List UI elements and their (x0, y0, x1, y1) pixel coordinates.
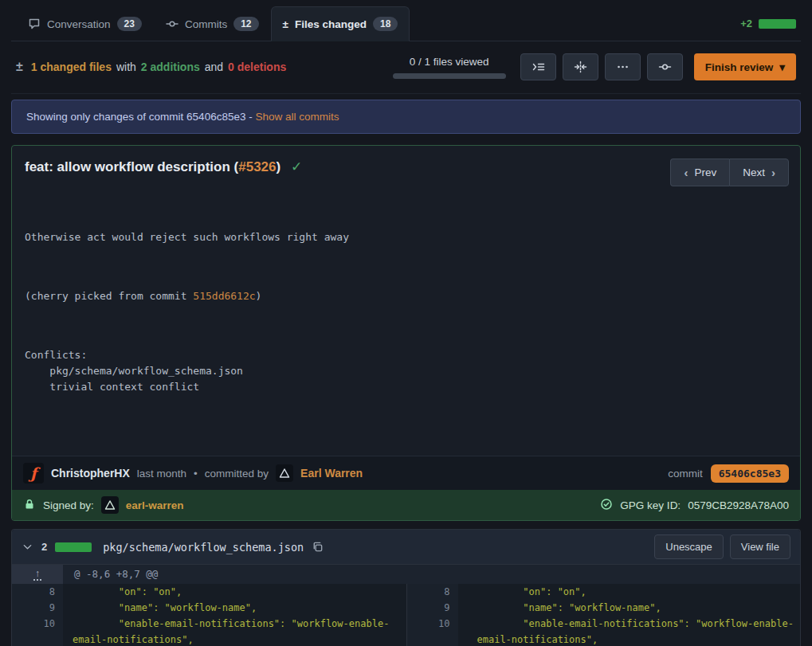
files-viewed-label: 0 / 1 files viewed (410, 56, 489, 68)
diff-summary-text: ± 1 changed files with 2 additions and 0… (16, 60, 286, 74)
file-diff-box: 2 pkg/schema/workflow_schema.json Unesca… (11, 529, 801, 646)
diffstat-summary: +2 (740, 18, 796, 41)
commit-filter-banner: Showing only changes of commit 65406c85e… (11, 100, 801, 134)
cherry-pick-text: (cherry picked from commit (25, 290, 193, 302)
pr-tabbar: Conversation 23 Commits 12 ± Files chang… (11, 6, 801, 41)
dot-separator: • (194, 468, 198, 480)
commit-head: feat: allow workflow description (#5326)… (12, 146, 800, 190)
tab-files-changed[interactable]: ± Files changed 18 (271, 6, 410, 41)
hunk-header-text: @ -8,6 +8,7 @@ (63, 565, 800, 584)
lock-icon (23, 498, 36, 513)
file-tree-toggle-button[interactable] (520, 53, 556, 80)
copy-path-icon[interactable] (312, 541, 324, 553)
commit-sha-badge[interactable]: 65406c85e3 (711, 464, 789, 483)
file-actions: Unescape View file (654, 534, 790, 559)
tab-commits[interactable]: Commits 12 (154, 6, 271, 41)
files-viewed: 0 / 1 files viewed (393, 56, 506, 79)
diff-hunk-row: ↑ @ -8,6 +8,7 @@ (12, 565, 800, 584)
signer-name-link[interactable]: earl-warren (126, 499, 184, 511)
commit-message: Otherwise act would reject such workflow… (25, 198, 787, 438)
gpg-key-area: GPG key ID: 0579CB2928A78A00 (600, 498, 789, 513)
diff-sign (458, 616, 471, 646)
conversation-icon (28, 18, 41, 30)
split-unified-icon (574, 61, 587, 73)
signer-avatar[interactable] (101, 496, 119, 514)
expand-hunk-button[interactable]: ↑ (12, 565, 63, 584)
diff-row: 8 "on": "on", 8 "on": "on", (12, 584, 800, 600)
diffstat-bar (759, 19, 796, 29)
summary-additions: 2 additions (141, 61, 200, 73)
tab-commits-label: Commits (185, 18, 227, 30)
more-options-button[interactable] (605, 53, 641, 80)
changed-files-link[interactable]: 1 changed files (31, 61, 112, 73)
line-number-new[interactable]: 8 (407, 584, 458, 600)
commit-label: commit (668, 468, 703, 480)
commit-pagination: ‹ Prev Next › (670, 159, 789, 186)
file-tree-icon (532, 61, 545, 73)
line-number-old[interactable]: 8 (12, 584, 63, 600)
commit-header-box: feat: allow workflow description (#5326)… (11, 145, 801, 521)
gpg-key-value: 0579CB2928A78A00 (688, 499, 789, 511)
cherry-pick-line: (cherry picked from commit 515dd6612c) (25, 288, 787, 304)
commit-title-text: feat: allow workflow description ( (25, 159, 238, 174)
show-all-commits-link[interactable]: Show all commits (255, 111, 339, 123)
author-avatar[interactable]: ƒ (23, 463, 44, 484)
file-diffstat-bar (55, 542, 92, 552)
line-number-old[interactable]: 10 (12, 616, 63, 646)
file-path: pkg/schema/workflow_schema.json (103, 541, 304, 554)
line-number-new[interactable]: 10 (407, 616, 458, 646)
unescape-button[interactable]: Unescape (654, 534, 724, 559)
prev-commit-button[interactable]: ‹ Prev (670, 159, 729, 186)
summary-with: with (116, 61, 136, 73)
finish-review-label: Finish review (705, 61, 774, 73)
commit-title-suffix: ) (277, 159, 281, 174)
author-name-link[interactable]: ChristopherHX (51, 467, 130, 480)
code-line-old: "on": "on", (63, 584, 406, 600)
commit-select-button[interactable] (647, 53, 683, 80)
diff-icon: ± (283, 18, 288, 30)
code-line-old: "enable-email-notifications": "workflow-… (63, 616, 406, 646)
arrow-up-icon: ↑ (33, 569, 41, 581)
next-label: Next (743, 166, 765, 178)
diff-row: 10 "enable-email-notifications": "workfl… (12, 616, 800, 646)
collapse-file-chevron-icon[interactable] (22, 541, 33, 553)
committed-by-label: committed by (205, 468, 269, 480)
chevron-left-icon: ‹ (684, 166, 688, 179)
commit-signed-row: Signed by: earl-warren GPG key ID: 0579C… (12, 490, 800, 520)
additions-count: +2 (740, 18, 752, 29)
chevron-right-icon: › (771, 166, 775, 179)
commit-icon (166, 18, 178, 30)
diff-sign (458, 600, 471, 616)
conflicts-block: Conflicts: pkg/schema/workflow_schema.js… (25, 347, 787, 395)
code-line-new: "enable-email-notifications": "workflow-… (471, 616, 801, 646)
cherry-pick-sha-link[interactable]: 515dd6612c (193, 290, 255, 302)
issue-link[interactable]: #5326 (238, 159, 276, 174)
banner-text: Showing only changes of commit 65406c85e… (26, 111, 253, 123)
view-file-button[interactable]: View file (730, 534, 790, 559)
commit-title: feat: allow workflow description (#5326)… (25, 159, 302, 175)
summary-deletions: 0 deletions (228, 61, 286, 73)
finish-review-button[interactable]: Finish review ▾ (694, 53, 796, 80)
next-commit-button[interactable]: Next › (729, 159, 789, 186)
gpg-key-label: GPG key ID: (620, 499, 681, 511)
code-line-old: "name": "workflow-name", (63, 600, 406, 616)
files-viewed-progressbar (393, 73, 506, 79)
pull-request-files-page: Conversation 23 Commits 12 ± Files chang… (0, 0, 812, 646)
committer-name-link[interactable]: Earl Warren (300, 467, 363, 480)
line-number-old[interactable]: 9 (12, 600, 63, 616)
commit-time: last month (137, 468, 186, 480)
commit-author-row: ƒ ChristopherHX last month • committed b… (12, 456, 800, 490)
tab-conversation[interactable]: Conversation 23 (16, 6, 154, 41)
file-diff-header: 2 pkg/schema/workflow_schema.json Unesca… (12, 530, 800, 565)
signed-by-label: Signed by: (43, 499, 94, 511)
file-changes-count: 2 (41, 541, 47, 553)
committer-avatar[interactable] (276, 464, 293, 482)
diff-row: 9 "name": "workflow-name", 9 "name": "wo… (12, 600, 800, 616)
code-line-new: "name": "workflow-name", (471, 600, 801, 616)
verified-check-icon (600, 498, 613, 513)
diff-view-mode-button[interactable] (563, 53, 598, 80)
line-number-new[interactable]: 9 (407, 600, 458, 616)
cherry-pick-suffix: ) (256, 290, 262, 302)
diff-sign (458, 584, 471, 600)
check-icon: ✓ (291, 159, 302, 174)
